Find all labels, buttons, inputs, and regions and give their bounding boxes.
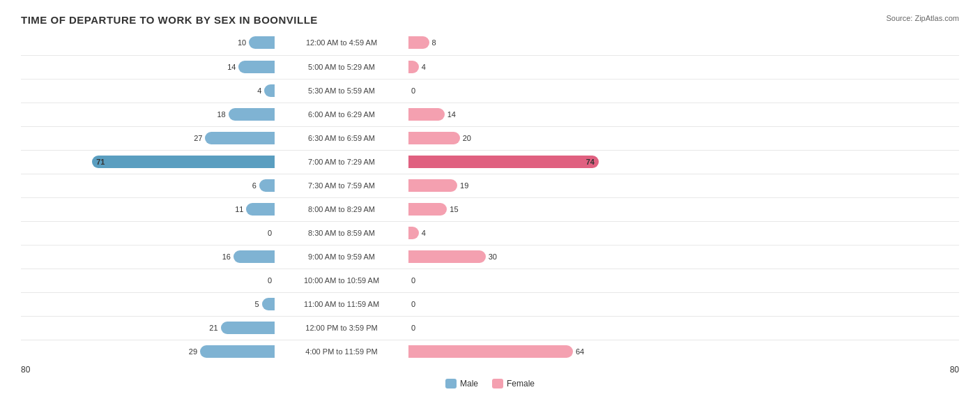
left-section: 4 (21, 84, 279, 97)
chart-row: 1012:00 AM to 4:59 AM8 (21, 31, 959, 54)
male-value: 0 (255, 276, 272, 285)
male-bar (246, 203, 275, 216)
right-section: 8 (404, 36, 449, 49)
time-label: 8:30 AM to 8:59 AM (279, 229, 404, 237)
female-value: 0 (411, 276, 428, 285)
male-value: 6 (240, 181, 257, 190)
right-section: 4 (404, 61, 438, 73)
chart-row: 186:00 AM to 6:29 AM14 (21, 103, 959, 125)
male-value: 5 (243, 300, 259, 308)
female-bar: 74 (408, 156, 599, 168)
male-value: 10 (229, 38, 246, 47)
chart-row: 717:00 AM to 7:29 AM74 (21, 150, 959, 172)
source-text: Source: ZipAtlas.com (886, 14, 959, 22)
chart-row: 511:00 AM to 11:59 AM0 (21, 292, 959, 315)
chart-area: 1012:00 AM to 4:59 AM8145:00 AM to 5:29 … (21, 31, 959, 362)
time-label: 4:00 PM to 11:59 PM (279, 347, 404, 356)
left-section: 10 (21, 36, 279, 49)
male-value: 14 (219, 63, 236, 71)
left-section: 16 (21, 250, 279, 263)
right-section: 4 (404, 227, 438, 239)
male-value: 11 (227, 205, 243, 213)
female-bar (408, 345, 573, 358)
right-section: 0 (404, 322, 428, 334)
chart-row: 010:00 AM to 10:59 AM0 (21, 269, 959, 291)
chart-container: TIME OF DEPARTURE TO WORK BY SEX IN BOON… (0, 0, 980, 415)
axis-right: 80 (279, 365, 959, 375)
legend-male-box (445, 379, 457, 388)
time-label: 5:30 AM to 5:59 AM (279, 86, 404, 95)
axis-min-label: 80 (21, 365, 30, 375)
chart-row: 294:00 PM to 11:59 PM64 (21, 340, 959, 362)
male-bar (249, 36, 275, 49)
female-value: 4 (422, 63, 438, 71)
male-value: 4 (245, 86, 261, 95)
female-bar (408, 227, 419, 239)
chart-row: 08:30 AM to 8:59 AM4 (21, 221, 959, 243)
time-label: 5:00 AM to 5:29 AM (279, 63, 404, 71)
chart-row: 67:30 AM to 7:59 AM19 (21, 174, 959, 196)
right-section: 64 (404, 345, 592, 358)
female-bar (408, 108, 445, 121)
left-section: 5 (21, 298, 279, 310)
right-section: 15 (404, 203, 466, 216)
chart-row: 169:00 AM to 9:59 AM30 (21, 245, 959, 267)
legend-row: Male Female (21, 379, 959, 388)
male-value: 27 (185, 134, 202, 142)
time-label: 7:30 AM to 7:59 AM (279, 181, 404, 190)
left-section: 29 (21, 345, 279, 358)
male-bar (200, 345, 275, 358)
chart-row: 45:30 AM to 5:59 AM0 (21, 79, 959, 101)
left-section: 27 (21, 132, 279, 144)
female-bar (408, 250, 486, 263)
right-section: 0 (404, 84, 428, 97)
male-bar (262, 298, 275, 310)
left-section: 11 (21, 203, 279, 216)
female-value: 15 (450, 205, 466, 213)
chart-row: 2112:00 PM to 3:59 PM0 (21, 316, 959, 338)
chart-row: 276:30 AM to 6:59 AM20 (21, 126, 959, 149)
legend-male: Male (445, 379, 478, 388)
female-value: 4 (422, 229, 438, 237)
female-bar (408, 36, 429, 49)
right-section: 19 (404, 179, 477, 192)
chart-row: 118:00 AM to 8:29 AM15 (21, 197, 959, 220)
female-value: 8 (432, 38, 449, 47)
female-bar (408, 61, 419, 73)
right-section: 0 (404, 298, 428, 310)
chart-title: TIME OF DEPARTURE TO WORK BY SEX IN BOON… (21, 14, 959, 26)
right-section: 0 (404, 274, 428, 287)
left-section: 6 (21, 179, 279, 192)
left-section: 14 (21, 61, 279, 73)
time-label: 7:00 AM to 7:29 AM (279, 158, 404, 166)
axis-max-label: 80 (950, 365, 959, 375)
male-value: 21 (201, 324, 218, 332)
male-bar (238, 61, 275, 73)
male-value: 16 (214, 252, 231, 261)
female-value: 64 (576, 347, 592, 356)
left-section: 21 (21, 322, 279, 334)
right-section: 20 (404, 132, 480, 144)
legend-female-label: Female (507, 379, 535, 388)
right-section: 30 (404, 250, 505, 263)
female-bar (408, 203, 447, 216)
time-label: 12:00 PM to 3:59 PM (279, 324, 404, 332)
chart-row: 145:00 AM to 5:29 AM4 (21, 55, 959, 77)
time-label: 11:00 AM to 11:59 AM (279, 300, 404, 308)
female-value: 0 (411, 86, 428, 95)
time-label: 6:30 AM to 6:59 AM (279, 134, 404, 142)
axis-row: 80 80 (21, 365, 959, 375)
time-label: 9:00 AM to 9:59 AM (279, 252, 404, 261)
male-bar (221, 322, 275, 334)
male-value: 29 (181, 347, 197, 356)
female-value: 20 (463, 134, 480, 142)
time-label: 12:00 AM to 4:59 AM (279, 38, 404, 47)
male-bar (229, 108, 275, 121)
male-bar (259, 179, 275, 192)
legend-female-box (492, 379, 503, 388)
female-bar (408, 132, 460, 144)
right-section: 74 (404, 156, 618, 168)
male-bar (233, 250, 275, 263)
time-label: 6:00 AM to 6:29 AM (279, 110, 404, 119)
legend-male-label: Male (460, 379, 478, 388)
